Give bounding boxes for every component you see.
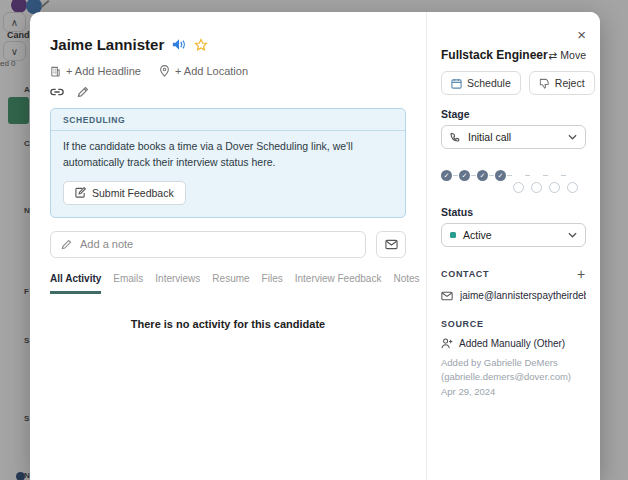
- candidate-name: Jaime Lannister: [50, 36, 164, 53]
- stage-dot-completed[interactable]: ✓: [441, 170, 452, 181]
- move-button[interactable]: ⇄ Move: [549, 49, 587, 61]
- stage-dot-pending[interactable]: [531, 182, 542, 193]
- stage-progress-connector: [471, 175, 476, 177]
- tab-interview-feedback[interactable]: Interview Feedback: [295, 273, 382, 294]
- candidate-sidebar: × Fullstack Engineer ⇄ Move Schedule Rej…: [426, 12, 600, 480]
- tab-all-activity[interactable]: All Activity: [50, 273, 101, 294]
- stage-progress-connector: [507, 175, 512, 177]
- add-headline-label: + Add Headline: [66, 65, 141, 77]
- stage-progress-connector: [561, 175, 566, 177]
- contact-section-label: CONTACT: [441, 269, 489, 279]
- stage-dot-pending[interactable]: [567, 182, 578, 193]
- person-plus-icon: [441, 338, 453, 349]
- location-pin-icon: [159, 65, 170, 77]
- source-value: Added Manually (Other): [459, 338, 565, 349]
- source-row: Added Manually (Other): [441, 338, 586, 349]
- stage-dot-completed[interactable]: ✓: [495, 170, 506, 181]
- stage-progress-connector: [453, 175, 458, 177]
- add-location-label: + Add Location: [175, 65, 248, 77]
- stage-dot-completed[interactable]: ✓: [477, 170, 488, 181]
- status-value: Active: [463, 229, 561, 241]
- tab-notes[interactable]: Notes: [393, 273, 419, 294]
- envelope-icon: [385, 239, 398, 250]
- stage-progress-connector: [525, 175, 530, 177]
- scheduling-callout-body: If the candidate books a time via a Dove…: [51, 131, 405, 175]
- status-label: Status: [441, 206, 586, 218]
- stage-progress: ✓✓✓✓: [441, 158, 586, 193]
- star-icon[interactable]: [194, 38, 208, 52]
- phone-icon: [450, 132, 461, 143]
- scheduling-callout-title: SCHEDULING: [51, 109, 405, 131]
- empty-activity-message: There is no activity for this candidate: [50, 318, 406, 330]
- candidate-modal: Jaime Lannister + Add Headline + Ad: [30, 12, 600, 480]
- pronounce-audio-icon[interactable]: [172, 38, 186, 51]
- add-location-link[interactable]: + Add Location: [159, 65, 248, 77]
- activity-tabs: All Activity Emails Interviews Resume Fi…: [50, 273, 406, 294]
- reject-label: Reject: [555, 77, 585, 89]
- scheduling-callout: SCHEDULING If the candidate books a time…: [50, 108, 406, 218]
- note-pencil-icon: [61, 239, 72, 250]
- source-added-by: Added by Gabrielle DeMers (gabrielle.dem…: [441, 356, 586, 399]
- add-note-input[interactable]: Add a note: [50, 231, 366, 258]
- job-title: Fullstack Engineer: [441, 48, 548, 62]
- add-headline-link[interactable]: + Add Headline: [50, 65, 141, 77]
- stage-dot-pending[interactable]: [549, 182, 560, 193]
- status-active-dot-icon: [450, 232, 456, 238]
- building-icon: [50, 66, 61, 77]
- chevron-down-icon: [568, 134, 577, 140]
- source-section-label: SOURCE: [441, 319, 484, 329]
- stage-dot-pending[interactable]: [513, 182, 524, 193]
- add-contact-button[interactable]: +: [577, 269, 586, 279]
- feedback-form-icon: [75, 187, 86, 198]
- status-select[interactable]: Active: [441, 223, 586, 247]
- calendar-icon: [451, 78, 462, 89]
- close-icon[interactable]: ×: [577, 26, 586, 43]
- copy-link-icon[interactable]: [50, 86, 64, 98]
- contact-email: jaime@lannisterspaytheirdebts.c...: [460, 290, 586, 301]
- stage-progress-connector: [489, 175, 494, 177]
- add-note-placeholder: Add a note: [80, 238, 133, 250]
- compose-email-button[interactable]: [376, 231, 406, 258]
- move-label: Move: [560, 49, 586, 61]
- edit-pencil-icon[interactable]: [77, 86, 89, 98]
- submit-feedback-label: Submit Feedback: [92, 187, 174, 199]
- stage-select[interactable]: Initial call: [441, 125, 586, 149]
- stage-label: Stage: [441, 108, 586, 120]
- tab-interviews[interactable]: Interviews: [155, 273, 200, 294]
- tab-files[interactable]: Files: [262, 273, 283, 294]
- schedule-button[interactable]: Schedule: [441, 71, 521, 95]
- envelope-icon: [441, 291, 453, 301]
- thumbs-down-icon: [539, 78, 550, 89]
- stage-dot-completed[interactable]: ✓: [459, 170, 470, 181]
- schedule-label: Schedule: [467, 77, 511, 89]
- tab-emails[interactable]: Emails: [113, 273, 143, 294]
- submit-feedback-button[interactable]: Submit Feedback: [63, 181, 186, 205]
- stage-progress-connector: [543, 175, 548, 177]
- reject-button[interactable]: Reject: [529, 71, 595, 95]
- chevron-down-icon: [568, 232, 577, 238]
- stage-value: Initial call: [468, 131, 561, 143]
- contact-email-row[interactable]: jaime@lannisterspaytheirdebts.c...: [441, 290, 586, 301]
- candidate-main-panel: Jaime Lannister + Add Headline + Ad: [30, 12, 426, 480]
- tab-resume[interactable]: Resume: [212, 273, 249, 294]
- move-icon: ⇄: [549, 49, 558, 61]
